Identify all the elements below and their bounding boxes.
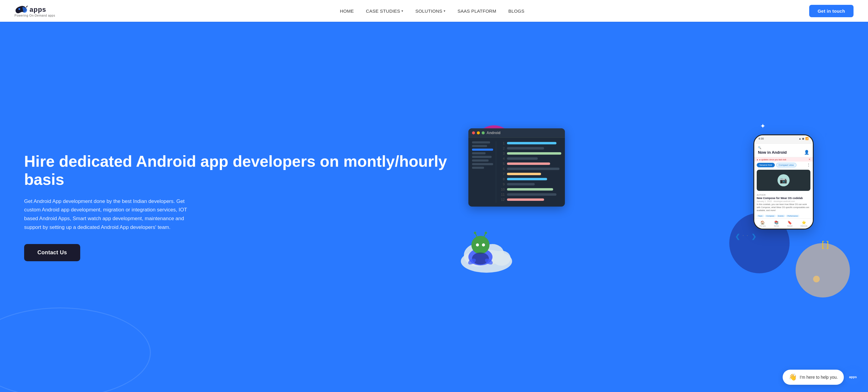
hero-illustration: ✦ ✦: [450, 116, 844, 298]
compass-icon: [814, 119, 838, 145]
get-in-touch-button[interactable]: Get in touch: [809, 5, 854, 17]
android-robot-icon: [459, 227, 501, 272]
logo-bird-icon: [14, 5, 28, 15]
hero-description: Get Android App development done by the …: [24, 197, 193, 232]
phone-header-row: Now in Android 👤: [758, 150, 809, 155]
svg-point-22: [485, 232, 487, 234]
logo-image: apps: [14, 5, 46, 15]
phone-notification-bar: ● ● updates since you last visit ✕: [754, 157, 813, 162]
prev-arrow-icon[interactable]: ❮: [735, 233, 740, 240]
phone-card-author: Author: [757, 194, 810, 196]
phone-card-description: In this codelab, you can learn how Wear …: [757, 203, 810, 212]
phone-tag-topic: Topic: [757, 215, 764, 217]
phone-filters: Newest first Compact view ⋮: [754, 162, 813, 169]
logo-text: apps: [30, 6, 46, 13]
phone-tag-events: Events: [777, 215, 785, 217]
navbar: apps Powering On-Demand apps HOME CASE S…: [0, 0, 868, 22]
phone-nav-saved-icon: 🔖: [787, 221, 792, 225]
bracket-decoration: [ ]: [822, 240, 829, 249]
chat-widget-text: I'm here to help you.: [800, 375, 838, 380]
hero-section: Hire dedicated Android app developers on…: [0, 22, 868, 392]
hero-title: Hire dedicated Android app developers on…: [24, 152, 450, 189]
svg-marker-12: [825, 133, 827, 138]
nav-link-solutions[interactable]: SOLUTIONS ▾: [415, 8, 445, 13]
logo: apps Powering On-Demand apps: [14, 5, 55, 17]
phone-tag-compose: Compose: [765, 215, 776, 217]
chat-avatar[interactable]: apps: [845, 369, 861, 385]
chat-avatar-logo: apps: [849, 375, 857, 379]
logo-subtitle: Powering On-Demand apps: [14, 14, 55, 17]
svg-point-23: [476, 244, 479, 247]
phone-bottom-nav: 🏠 For you 📚 Series 🔖 Saved ⭐ Interests: [754, 218, 813, 229]
phone-header-title: Now in Android: [758, 150, 787, 155]
phone-more-icon: ⋮: [807, 163, 810, 167]
svg-point-25: [472, 252, 489, 264]
phone-nav-for-you[interactable]: 🏠 For you: [760, 221, 766, 227]
svg-point-18: [471, 236, 490, 254]
phone-card-title: New Compose for Wear OS codelab: [757, 197, 810, 200]
chat-widget[interactable]: 👋 I'm here to help you.: [783, 370, 844, 385]
phone-close-icon: ✕: [809, 158, 810, 161]
sparkle-icon-1: ✦: [760, 122, 766, 130]
nav-item-saas[interactable]: SAAS PLATFORM: [458, 8, 496, 13]
phone-time: 9:30: [758, 137, 764, 140]
nav-menu: HOME CASE STUDIES ▾ SOLUTIONS ▾ SAAS PLA…: [340, 8, 525, 13]
phone-nav-series[interactable]: 📚 Series: [774, 221, 779, 227]
phone-notification-dot: ●: [757, 159, 758, 161]
phone-app-header: 🔍 Now in Android 👤: [754, 144, 813, 157]
phone-nav-interests[interactable]: ⭐ Interests: [801, 221, 807, 227]
phone-nav-series-icon: 📚: [774, 221, 779, 225]
phone-nav-series-label: Series: [774, 225, 779, 227]
phone-nav-saved[interactable]: 🔖 Saved: [787, 221, 792, 227]
filter-chip-newest[interactable]: Newest first: [757, 163, 775, 167]
nav-item-case-studies[interactable]: CASE STUDIES ▾: [366, 8, 403, 13]
phone-card-tags: Topic Compose Events Performance: [754, 214, 813, 218]
hero-bg-decoration: [0, 307, 151, 392]
hero-content: Hire dedicated Android app developers on…: [24, 152, 450, 261]
phone-status-bar: 9:30 ▲ ◉ 📶: [754, 135, 813, 142]
filter-chip-compact[interactable]: Compact view: [776, 163, 797, 167]
carousel-dots: · ·: [743, 233, 749, 240]
nav-item-blogs[interactable]: BLOGS: [508, 8, 525, 13]
phone-icons: ▲ ◉ 📶: [799, 137, 809, 140]
svg-point-0: [19, 8, 20, 10]
solutions-dropdown-icon: ▾: [444, 9, 445, 13]
nav-link-blogs[interactable]: BLOGS: [508, 8, 525, 13]
svg-marker-11: [825, 125, 827, 130]
code-editor-mockup: Android 1: [468, 128, 565, 206]
camera-icon: 📷: [780, 177, 787, 184]
nav-link-saas[interactable]: SAAS PLATFORM: [458, 8, 496, 13]
phone-card-date: January 1, 2022 · developer.android.com: [757, 200, 810, 202]
code-editor-body: 1 2 3 4 5 6 7 8 9 10 11 12: [468, 138, 565, 206]
phone-nav-saved-label: Saved: [787, 225, 792, 227]
phone-card-image-circle: 📷: [777, 174, 789, 186]
phone-nav-for-you-label: For you: [760, 225, 766, 227]
nav-link-home[interactable]: HOME: [340, 8, 354, 13]
code-editor-title: Android: [487, 131, 500, 135]
phone-tag-performance: Performance: [786, 215, 799, 217]
android-cloud-group: [459, 227, 501, 273]
phone-notification-text: ● updates since you last visit: [759, 159, 786, 161]
code-editor-header: Android: [468, 128, 565, 138]
phone-card-image: 📷: [757, 170, 810, 191]
nav-item-solutions[interactable]: SOLUTIONS ▾: [415, 8, 445, 13]
svg-point-21: [474, 232, 476, 234]
phone-mockup: 9:30 ▲ ◉ 📶 🔍 Now in Android 👤 ● ● update…: [753, 134, 814, 229]
phone-header-search-label: 🔍: [758, 146, 809, 149]
phone-nav-home-icon: 🏠: [760, 221, 765, 225]
nav-link-case-studies[interactable]: CASE STUDIES ▾: [366, 8, 403, 13]
phone-account-icon: 👤: [804, 150, 809, 155]
nav-item-home[interactable]: HOME: [340, 8, 354, 13]
carousel-nav: ❮ · · ❯: [735, 233, 756, 240]
gold-circle-decoration: [796, 243, 850, 298]
svg-point-24: [482, 244, 485, 247]
case-studies-dropdown-icon: ▾: [401, 9, 403, 13]
phone-nav-interests-label: Interests: [801, 225, 807, 227]
phone-card-content: Author New Compose for Wear OS codelab J…: [754, 192, 813, 214]
next-arrow-icon[interactable]: ❯: [751, 233, 756, 240]
chat-wave-icon: 👋: [789, 373, 797, 381]
phone-nav-interests-icon: ⭐: [802, 221, 806, 225]
contact-us-button[interactable]: Contact Us: [24, 244, 80, 261]
